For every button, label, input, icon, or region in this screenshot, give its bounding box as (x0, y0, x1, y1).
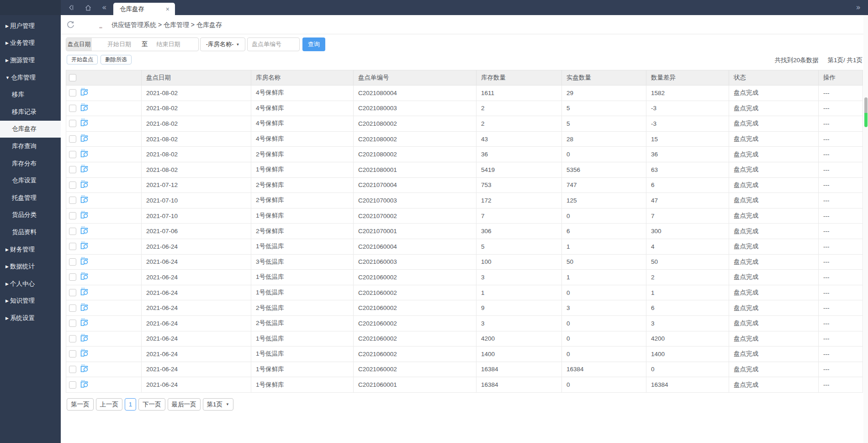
cell-status: 盘点完成 (729, 377, 819, 393)
row-checkbox[interactable] (69, 89, 76, 96)
cell-warehouse: 1号低温库 (251, 239, 354, 254)
row-checkbox[interactable] (69, 273, 76, 281)
sidebar-item-数据统计[interactable]: ▶数据统计 (0, 258, 61, 275)
start-check-button[interactable]: 开始盘点 (67, 55, 98, 64)
sidebar-item-仓库盘存[interactable]: 仓库盘存 (0, 121, 61, 138)
search-button[interactable]: 查询 (302, 37, 325, 51)
warehouse-select[interactable]: -库房名称- ▼ (200, 37, 245, 51)
sidebar-item-库存分布[interactable]: 库存分布 (0, 155, 61, 172)
sidebar-item-个人中心[interactable]: ▶个人中心 (0, 275, 61, 293)
sidebar-item-托盘管理[interactable]: 托盘管理 (0, 189, 61, 207)
sidebar-item-溯源管理[interactable]: ▶溯源管理 (0, 52, 61, 69)
page-select[interactable]: 第1页 ▼ (203, 398, 233, 411)
row-checkbox[interactable] (69, 166, 76, 173)
page-prev-button[interactable]: 上一页 (96, 398, 123, 411)
view-detail-icon[interactable] (80, 318, 89, 328)
sidebar-item-移库[interactable]: 移库 (0, 86, 61, 103)
caret-down-icon: ▼ (226, 399, 229, 410)
check-code-input[interactable]: 盘点单编号 (247, 37, 300, 51)
select-all-checkbox[interactable] (69, 74, 76, 81)
row-checkbox[interactable] (69, 289, 76, 296)
view-detail-icon[interactable] (80, 303, 89, 313)
view-detail-icon[interactable] (80, 241, 89, 251)
cell-stock: 100 (476, 254, 562, 270)
view-detail-icon[interactable] (80, 272, 89, 282)
sidebar-item-库存查询[interactable]: 库存查询 (0, 138, 61, 155)
sidebar-item-移库记录[interactable]: 移库记录 (0, 103, 61, 121)
cell-actual: 5 (562, 116, 646, 132)
row-checkbox[interactable] (69, 197, 76, 204)
view-detail-icon[interactable] (80, 195, 89, 205)
row-checkbox[interactable] (69, 320, 76, 327)
view-detail-icon[interactable] (80, 118, 89, 128)
scrollbar-thumb-gray[interactable] (864, 97, 868, 113)
view-detail-icon[interactable] (80, 364, 89, 374)
tab-warehouse-inventory[interactable]: 仓库盘存 × (113, 3, 175, 15)
sidebar-item-货品分类[interactable]: 货品分类 (0, 207, 61, 224)
view-detail-icon[interactable] (80, 257, 89, 267)
start-date-input[interactable]: 开始日期 (107, 40, 131, 48)
sidebar-item-货品资料[interactable]: 货品资料 (0, 224, 61, 241)
scrollbar-thumb-green[interactable] (864, 113, 868, 127)
cell-status: 盘点完成 (729, 331, 819, 347)
end-date-input[interactable]: 结束日期 (157, 40, 180, 48)
page-last-button[interactable]: 最后一页 (168, 398, 201, 411)
view-detail-icon[interactable] (80, 165, 89, 175)
row-checkbox[interactable] (69, 181, 76, 189)
row-checkbox[interactable] (69, 366, 76, 373)
cell-action: --- (819, 116, 863, 132)
view-detail-icon[interactable] (80, 211, 89, 221)
nav-expand-right-icon[interactable]: » (856, 0, 861, 15)
sidebar-item-系统设置[interactable]: ▶系统设置 (0, 310, 61, 327)
view-detail-icon[interactable] (80, 88, 89, 98)
view-detail-icon[interactable] (80, 349, 89, 359)
cell-diff: 1400 (646, 347, 729, 362)
nav-home-icon[interactable] (85, 0, 92, 15)
cell-date: 2021-06-24 (142, 270, 251, 285)
row-checkbox[interactable] (69, 212, 76, 219)
view-detail-icon[interactable] (80, 149, 89, 160)
row-checkbox[interactable] (69, 105, 76, 112)
cell-stock: 16384 (476, 362, 562, 377)
page-current-button[interactable]: 1 (125, 398, 136, 411)
view-detail-icon[interactable] (80, 103, 89, 113)
sidebar-item-业务管理[interactable]: ▶业务管理 (0, 35, 61, 52)
sidebar-item-label: 知识管理 (10, 297, 35, 305)
cell-code: C2021070004 (354, 177, 476, 193)
cell-diff: 6 (646, 300, 729, 316)
view-detail-icon[interactable] (80, 226, 89, 236)
view-detail-icon[interactable] (80, 380, 89, 390)
view-detail-icon[interactable] (80, 334, 89, 344)
row-checkbox[interactable] (69, 381, 76, 389)
page-first-button[interactable]: 第一页 (67, 398, 94, 411)
delete-selected-button[interactable]: 删除所选 (101, 55, 132, 64)
page-next-button[interactable]: 下一页 (138, 398, 165, 411)
row-checkbox[interactable] (69, 335, 76, 342)
sidebar-item-仓库管理[interactable]: ▼仓库管理 (0, 69, 61, 86)
view-detail-icon[interactable] (80, 288, 89, 298)
nav-back-icon[interactable] (68, 0, 74, 15)
cell-status: 盘点完成 (729, 224, 819, 239)
sidebar-item-财务管理[interactable]: ▶财务管理 (0, 241, 61, 258)
view-detail-icon[interactable] (80, 180, 89, 190)
scrollbar-track[interactable] (863, 15, 868, 443)
row-checkbox[interactable] (69, 304, 76, 312)
row-checkbox[interactable] (69, 258, 76, 266)
nav-collapse-left-icon[interactable]: « (102, 0, 106, 15)
cell-action: --- (819, 147, 863, 162)
sidebar-item-知识管理[interactable]: ▶知识管理 (0, 293, 61, 310)
view-detail-icon[interactable] (80, 134, 89, 144)
date-range-picker[interactable]: 盘点日期 开始日期 至 结束日期 (66, 37, 199, 51)
row-checkbox[interactable] (69, 151, 76, 158)
row-checkbox[interactable] (69, 243, 76, 250)
row-checkbox[interactable] (69, 120, 76, 127)
sidebar-item-用户管理[interactable]: ▶用户管理 (0, 17, 61, 35)
row-checkbox[interactable] (69, 350, 76, 358)
tab-close-icon[interactable]: × (166, 6, 169, 12)
row-checkbox[interactable] (69, 135, 76, 143)
cell-stock: 9 (476, 300, 562, 316)
row-checkbox[interactable] (69, 228, 76, 235)
cell-diff: 0 (646, 362, 729, 377)
refresh-icon[interactable] (66, 21, 75, 31)
sidebar-item-仓库设置[interactable]: 仓库设置 (0, 172, 61, 189)
